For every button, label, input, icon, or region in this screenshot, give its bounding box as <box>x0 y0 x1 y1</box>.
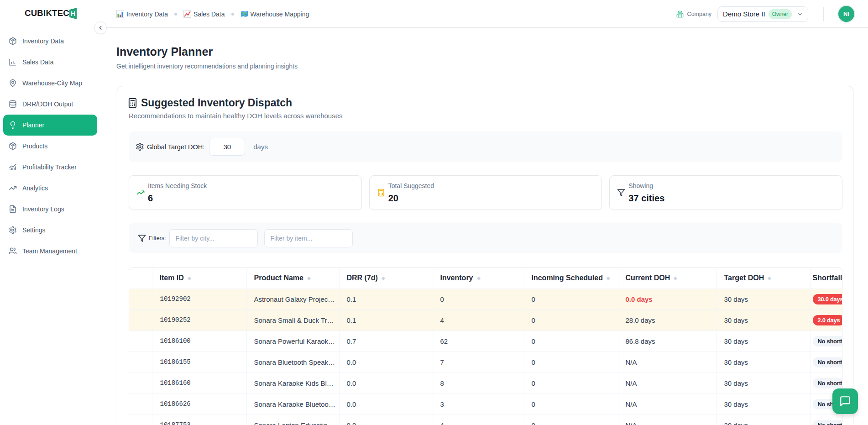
svg-text:H: H <box>71 10 75 17</box>
